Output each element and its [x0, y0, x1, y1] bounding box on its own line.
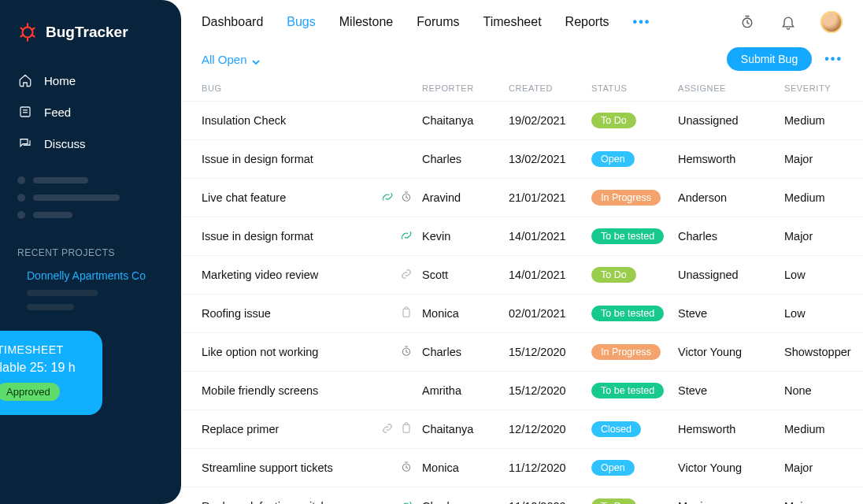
status-badge: To Do [591, 267, 636, 283]
col-bug: BUG [202, 83, 422, 93]
svg-rect-8 [403, 424, 409, 432]
timesheet-status-badge: Approved [0, 383, 60, 401]
sidebar-item-feed[interactable]: Feed [0, 96, 181, 128]
severity-cell: Low [784, 269, 863, 281]
severity-cell: Medium [784, 114, 863, 127]
submit-bug-button[interactable]: Submit Bug [727, 47, 812, 71]
reporter-cell: Charles [422, 153, 509, 165]
bug-title: Mobile friendly screens [202, 384, 318, 397]
created-cell: 13/02/2021 [509, 153, 591, 165]
table-row[interactable]: Live chat featureAravind21/01/2021In Pro… [181, 178, 863, 217]
filter-label-text: All Open [202, 53, 247, 66]
timesheet-time: llable 25: 19 h [0, 361, 91, 375]
assignee-cell: Charles [678, 230, 784, 243]
recent-project-placeholder [0, 287, 181, 301]
assignee-cell: Victor Young [678, 461, 784, 474]
tab-bugs[interactable]: Bugs [287, 15, 315, 29]
table-row[interactable]: Replace primerChaitanya12/12/2020ClosedH… [181, 410, 863, 448]
severity-cell: Major [784, 230, 863, 243]
col-assignee: ASSIGNEE [678, 83, 784, 93]
filter-dropdown[interactable]: All Open [202, 53, 260, 66]
svg-rect-6 [403, 309, 409, 317]
svg-point-0 [23, 28, 33, 38]
col-reporter: REPORTER [422, 83, 509, 93]
avatar[interactable] [820, 11, 843, 33]
tab-reports[interactable]: Reports [565, 15, 609, 29]
home-icon [17, 72, 33, 88]
bell-icon[interactable] [780, 13, 797, 31]
assignee-cell: Unassigned [678, 114, 784, 127]
bug-title: Insulation Check [202, 114, 286, 127]
severity-cell: Showstopper [784, 346, 863, 358]
severity-cell: Medium [784, 423, 863, 435]
timesheet-title: TIMESHEET [0, 343, 91, 356]
sidebar: BugTracker Home Feed Discuss RECENT PROJ… [0, 0, 181, 504]
severity-cell: Low [784, 307, 863, 320]
created-cell: 14/01/2021 [509, 230, 591, 243]
assignee-cell: Anderson [678, 191, 784, 204]
assignee-cell: Victor Young [678, 346, 784, 358]
table-header: BUG REPORTER CREATED STATUS ASSIGNEE SEV… [181, 83, 863, 101]
timer-icon[interactable] [739, 13, 756, 31]
status-badge: To be tested [591, 306, 664, 321]
bug-title: Marketing video review [202, 269, 318, 281]
status-badge: Open [591, 460, 635, 476]
tab-timesheet[interactable]: Timesheet [483, 15, 541, 29]
tab-more-icon[interactable]: ••• [633, 15, 651, 29]
chain-icon [381, 422, 394, 437]
timer-icon [400, 345, 413, 360]
status-badge: To Do [591, 113, 636, 128]
link-icon [381, 191, 394, 206]
sidebar-item-label: Feed [44, 106, 71, 119]
discuss-icon [17, 135, 33, 151]
table-row[interactable]: Marketing video reviewScott14/01/2021To … [181, 255, 863, 294]
sidebar-item-discuss[interactable]: Discuss [0, 128, 181, 159]
reporter-cell: Scott [422, 269, 509, 281]
col-status: STATUS [591, 83, 678, 93]
table-row[interactable]: Replace defective switchesCharles11/12/2… [181, 487, 863, 504]
main-panel: Dashboard Bugs Milestone Forums Timeshee… [181, 0, 863, 504]
reporter-cell: Charles [422, 500, 509, 504]
filter-row: All Open Submit Bug ••• [181, 39, 863, 83]
sidebar-item-home[interactable]: Home [0, 65, 181, 96]
col-created: CREATED [509, 83, 591, 93]
created-cell: 12/12/2020 [509, 423, 591, 435]
clip-icon [400, 306, 413, 321]
reporter-cell: Kevin [422, 230, 509, 243]
table-row[interactable]: Roofing issueMonica02/01/2021To be teste… [181, 294, 863, 332]
brand: BugTracker [0, 17, 181, 65]
feed-icon [17, 104, 33, 120]
table-row[interactable]: Like option not workingCharles15/12/2020… [181, 332, 863, 371]
sidebar-placeholder-group [0, 159, 181, 232]
table-row[interactable]: Mobile friendly screensAmritha15/12/2020… [181, 371, 863, 410]
recent-project-item[interactable]: Donnelly Apartments Co [0, 266, 181, 287]
severity-cell: Major [784, 153, 863, 165]
status-badge: In Progress [591, 190, 661, 206]
table-row[interactable]: Insulation CheckChaitanya19/02/2021To Do… [181, 101, 863, 139]
recent-project-placeholder [0, 301, 181, 315]
bug-title: Roofing issue [202, 307, 271, 320]
list-more-icon[interactable]: ••• [824, 52, 843, 66]
table-row[interactable]: Issue in design formatCharles13/02/2021O… [181, 139, 863, 178]
timesheet-card[interactable]: TIMESHEET llable 25: 19 h Approved [0, 331, 102, 415]
created-cell: 11/12/2020 [509, 500, 591, 504]
assignee-cell: Hemsworth [678, 153, 784, 165]
reporter-cell: Charles [422, 346, 509, 358]
table-row[interactable]: Streamline support ticketsMonica11/12/20… [181, 448, 863, 487]
tab-milestone[interactable]: Milestone [339, 15, 393, 29]
created-cell: 15/12/2020 [509, 346, 591, 358]
status-badge: Closed [591, 421, 641, 437]
reporter-cell: Monica [422, 307, 509, 320]
status-badge: Open [591, 151, 635, 167]
severity-cell: Medium [784, 191, 863, 204]
tab-dashboard[interactable]: Dashboard [202, 15, 263, 29]
bug-title: Streamline support tickets [202, 461, 333, 474]
timer-icon [400, 461, 413, 476]
table-row[interactable]: Issue in design formatKevin14/01/2021To … [181, 217, 863, 255]
bug-title: Live chat feature [202, 191, 286, 204]
clip-icon [400, 422, 413, 437]
tab-forums[interactable]: Forums [417, 15, 459, 29]
bug-title: Issue in design format [202, 153, 313, 165]
created-cell: 21/01/2021 [509, 191, 591, 204]
bug-title: Replace primer [202, 423, 279, 435]
